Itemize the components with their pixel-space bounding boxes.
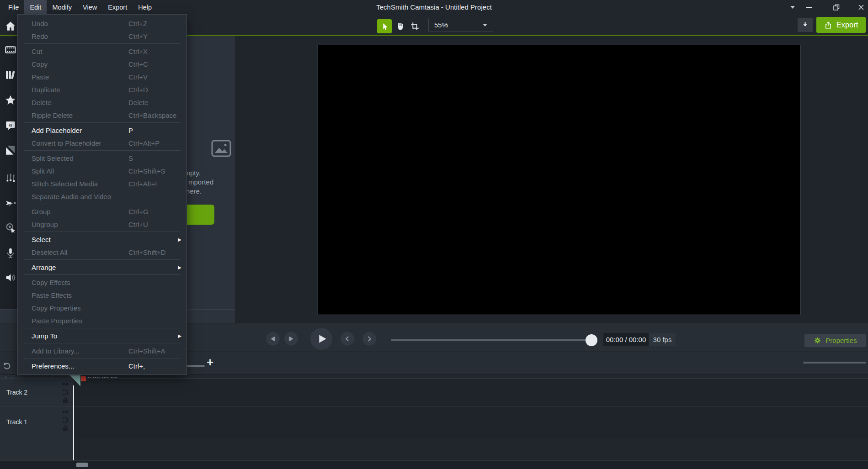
- menubar-item-file[interactable]: File: [3, 0, 24, 14]
- hide-track-button[interactable]: [61, 408, 70, 416]
- menubar-item-help[interactable]: Help: [133, 0, 157, 14]
- menubar-item-edit[interactable]: Edit: [24, 0, 47, 14]
- menu-separator: [24, 343, 181, 343]
- menu-separator: [24, 122, 181, 123]
- pan-tool-button[interactable]: [393, 19, 407, 33]
- menu-item-add-placeholder[interactable]: Add PlaceholderP: [18, 124, 186, 137]
- magnetic-track-button[interactable]: [61, 416, 70, 424]
- menu-separator: [24, 328, 181, 328]
- menubar: FileEditModifyViewExportHelp: [3, 0, 157, 14]
- chevron-left-icon: [343, 334, 352, 343]
- track-content-track-2[interactable]: [74, 378, 868, 406]
- chevron-down-icon: [483, 24, 487, 26]
- lock-track-button[interactable]: [61, 424, 70, 432]
- next-clip-button[interactable]: [362, 332, 376, 346]
- minimize-icon: [806, 7, 812, 8]
- download-button[interactable]: [798, 18, 813, 32]
- menubar-item-view[interactable]: View: [77, 0, 102, 14]
- track-label[interactable]: Track 1: [6, 418, 27, 426]
- menu-separator: [24, 232, 181, 232]
- restore-button[interactable]: [831, 0, 842, 14]
- track-label[interactable]: Track 2: [6, 389, 27, 396]
- scrubber-thumb[interactable]: [586, 334, 597, 346]
- sidebar-item-media[interactable]: [4, 43, 16, 56]
- sidebar-item-home[interactable]: [4, 20, 16, 32]
- menu-item-label: Split Selected: [32, 154, 74, 162]
- hand-icon: [395, 21, 405, 31]
- menu-item-preferences[interactable]: Preferences...Ctrl+,: [18, 359, 186, 372]
- track-content-track-1[interactable]: [74, 406, 868, 437]
- select-tool-button[interactable]: [377, 19, 392, 33]
- export-button[interactable]: Export: [816, 17, 866, 33]
- magnetic-track-button[interactable]: [61, 388, 70, 396]
- menu-item-label: Paste Properties: [32, 317, 82, 325]
- minimize-button[interactable]: [803, 0, 815, 14]
- playhead-in-point-marker[interactable]: [81, 376, 86, 381]
- menu-item-arrange[interactable]: Arrange▶: [18, 261, 186, 274]
- undo-button[interactable]: [3, 362, 11, 370]
- annotations-icon: a: [5, 119, 16, 131]
- properties-button[interactable]: Properties: [804, 334, 866, 347]
- menu-item-shortcut: Ctrl+,: [128, 362, 145, 370]
- menu-item-shortcut: Ctrl+X: [128, 47, 148, 55]
- audio-effects-icon: [5, 272, 16, 284]
- menu-item-shortcut: Ctrl+U: [128, 221, 148, 228]
- sidebar-item-favorites[interactable]: [4, 94, 16, 106]
- menu-item-jump-to[interactable]: Jump To▶: [18, 329, 186, 342]
- menu-item-label: Add to Library...: [32, 347, 80, 355]
- sidebar-item-animations[interactable]: [4, 197, 16, 210]
- menu-item-label: Select: [32, 236, 51, 243]
- sidebar-item-annotations[interactable]: a: [4, 119, 16, 131]
- menu-item-redo: RedoCtrl+Y: [18, 30, 186, 42]
- sidebar-item-library[interactable]: [4, 69, 16, 81]
- menu-item-label: Paste: [32, 73, 49, 81]
- menu-item-label: Duplicate: [32, 86, 60, 94]
- canvas-zoom-select[interactable]: 55%: [428, 18, 493, 32]
- track-head-track-2: Track 2: [0, 378, 74, 406]
- crop-tool-button[interactable]: [407, 19, 422, 33]
- share-icon: [824, 21, 832, 29]
- playhead-handle[interactable]: [69, 375, 81, 387]
- menu-item-duplicate: DuplicateCtrl+D: [18, 83, 186, 96]
- magnet-icon: [61, 416, 70, 424]
- timeline-scrollbar-segment[interactable]: [803, 362, 866, 364]
- sidebar-item-audio-effects[interactable]: [4, 271, 16, 284]
- media-icon: [5, 44, 16, 56]
- sidebar-item-cursor-effects[interactable]: [4, 222, 16, 234]
- menu-item-label: Cut: [32, 47, 42, 55]
- sidebar-item-behaviors[interactable]: [4, 173, 16, 185]
- canvas-zoom-value: 55%: [434, 21, 448, 29]
- prev-clip-button[interactable]: [341, 332, 354, 346]
- close-icon: [858, 4, 864, 11]
- timeline-horizontal-scrollbar[interactable]: [76, 463, 88, 467]
- titlebar-dropdown-button[interactable]: [787, 0, 799, 14]
- menu-item-copy-properties: Copy Properties: [18, 301, 186, 314]
- play-button[interactable]: [310, 328, 332, 350]
- titlebar: FileEditModifyViewExportHelp TechSmith C…: [0, 0, 868, 14]
- home-icon: [5, 20, 16, 32]
- prev-frame-button[interactable]: [266, 332, 280, 346]
- playback-scrubber[interactable]: [391, 339, 592, 341]
- sidebar-item-voice-narration[interactable]: [4, 247, 16, 259]
- cursor-arrow-icon: [380, 21, 389, 31]
- transitions-icon: [5, 144, 16, 156]
- prev-frame-icon: [268, 334, 277, 343]
- favorites-icon: [5, 94, 16, 106]
- voice-narration-icon: [5, 247, 16, 259]
- menu-item-label: Redo: [32, 32, 48, 40]
- menu-item-select[interactable]: Select▶: [18, 233, 186, 246]
- timeline-zoom-in-button[interactable]: +: [207, 355, 213, 369]
- library-icon: [5, 69, 16, 81]
- lock-track-button[interactable]: [61, 396, 70, 405]
- menu-separator: [24, 204, 181, 204]
- next-frame-button[interactable]: [284, 332, 298, 346]
- menubar-item-export[interactable]: Export: [102, 0, 133, 14]
- lock-icon: [61, 396, 70, 405]
- preview-canvas[interactable]: [318, 45, 800, 315]
- menubar-item-modify[interactable]: Modify: [47, 0, 77, 14]
- sidebar-item-transitions[interactable]: [4, 144, 16, 156]
- menu-item-label: Arrange: [32, 263, 56, 271]
- menu-item-label: Jump To: [32, 332, 57, 340]
- playhead-line[interactable]: [73, 385, 74, 460]
- close-button[interactable]: [855, 0, 867, 14]
